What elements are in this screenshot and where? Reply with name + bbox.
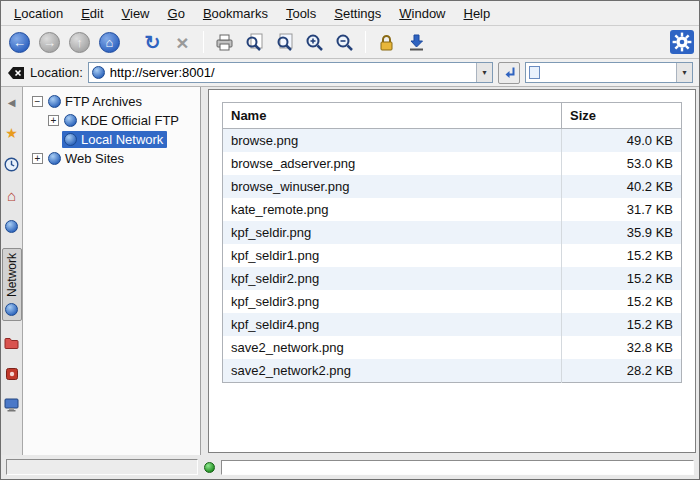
toolbar-separator: [203, 31, 204, 53]
globe-icon: [48, 152, 61, 165]
sidebar-tab-label: Network: [5, 253, 19, 297]
sidebar-tab-ftp[interactable]: [3, 217, 21, 235]
home-button[interactable]: ⌂: [96, 29, 123, 56]
file-name-link[interactable]: kpf_seldir3.png: [223, 290, 562, 313]
reload-icon: ↻: [145, 33, 161, 52]
table-row: save2_network2.png28.2 KB: [223, 359, 682, 383]
file-name-link[interactable]: browse_winuser.png: [223, 175, 562, 198]
globe-icon: [64, 133, 77, 146]
sidebar-tab-root-folder[interactable]: [3, 334, 21, 352]
menu-bookmarks[interactable]: Bookmarks: [194, 3, 277, 24]
column-header-name[interactable]: Name: [223, 103, 562, 129]
sidebar-tab-history[interactable]: [3, 155, 21, 173]
find-file-button[interactable]: [241, 29, 268, 56]
menu-help[interactable]: Help: [455, 3, 500, 24]
find-file-icon: [245, 33, 264, 52]
go-button[interactable]: [498, 62, 520, 84]
menu-edit[interactable]: Edit: [72, 3, 112, 24]
listing-body: browse.png49.0 KBbrowse_adserver.png53.0…: [223, 129, 682, 383]
menu-tools[interactable]: Tools: [277, 3, 325, 24]
page-icon: [529, 66, 540, 79]
table-row: kpf_seldir.png35.9 KB: [223, 221, 682, 244]
statusbar-message-field: [221, 460, 694, 475]
file-name-link[interactable]: browse_adserver.png: [223, 152, 562, 175]
globe-icon: [64, 114, 77, 127]
sidebar-tab-devices[interactable]: [3, 396, 21, 414]
forward-icon: →: [39, 32, 60, 53]
table-row: kpf_seldir4.png15.2 KB: [223, 313, 682, 336]
secondary-combo[interactable]: ▾: [525, 62, 693, 83]
table-row: kpf_seldir1.png15.2 KB: [223, 244, 682, 267]
file-name-link[interactable]: kate_remote.png: [223, 198, 562, 221]
file-name-link[interactable]: browse.png: [223, 129, 562, 153]
menu-settings[interactable]: Settings: [325, 3, 390, 24]
file-size: 35.9 KB: [562, 221, 682, 244]
find-file-alt-icon: [275, 33, 294, 52]
column-header-size[interactable]: Size: [562, 103, 682, 129]
tree-item-ftp-archives[interactable]: −FTP Archives: [25, 92, 198, 111]
save-download-button[interactable]: [403, 29, 430, 56]
content-area: NameSize browse.png49.0 KBbrowse_adserve…: [201, 87, 699, 455]
location-combo: ▾: [88, 62, 493, 83]
stop-icon: ×: [176, 32, 188, 53]
tree-expander-icon[interactable]: +: [48, 115, 59, 126]
sidebar-tab-services[interactable]: [3, 365, 21, 383]
history-clock-icon: [4, 157, 19, 172]
file-name-link[interactable]: kpf_seldir.png: [223, 221, 562, 244]
tree-item-web-sites[interactable]: +Web Sites: [25, 149, 198, 168]
file-name-link[interactable]: kpf_seldir1.png: [223, 244, 562, 267]
zoom-in-button[interactable]: [301, 29, 328, 56]
sidebar-tab-bookmarks[interactable]: ★: [3, 124, 21, 142]
file-name-link[interactable]: kpf_seldir2.png: [223, 267, 562, 290]
menu-location[interactable]: Location: [5, 3, 72, 24]
file-size: 28.2 KB: [562, 359, 682, 383]
tree-expander-icon[interactable]: +: [32, 153, 43, 164]
tree-item-label: KDE Official FTP: [81, 113, 179, 128]
sidebar-collapse-arrow-icon[interactable]: ◀: [3, 93, 21, 111]
clear-location-button[interactable]: [7, 66, 25, 80]
zoom-in-icon: [305, 33, 324, 52]
print-button[interactable]: [211, 29, 238, 56]
back-icon: ←: [9, 32, 30, 53]
secondary-dropdown-button[interactable]: ▾: [676, 63, 692, 82]
folder-tree: −FTP Archives+KDE Official FTPLocal Netw…: [23, 87, 201, 455]
tree-expander-icon[interactable]: −: [32, 96, 43, 107]
up-icon: ↑: [69, 32, 90, 53]
table-row: kpf_seldir3.png15.2 KB: [223, 290, 682, 313]
go-arrow-icon: [502, 65, 517, 80]
konqueror-window: LocationEditViewGoBookmarksToolsSettings…: [0, 0, 700, 480]
sidebar-tab-network-active[interactable]: Network: [2, 248, 22, 321]
toolbar: ← → ↑ ⌂ ↻ ×: [1, 26, 699, 59]
globe-icon: [48, 95, 61, 108]
reload-button[interactable]: ↻: [139, 29, 166, 56]
zoom-out-button[interactable]: [331, 29, 358, 56]
stop-button[interactable]: ×: [169, 29, 196, 56]
table-row: kpf_seldir2.png15.2 KB: [223, 267, 682, 290]
file-size: 49.0 KB: [562, 129, 682, 153]
file-name-link[interactable]: kpf_seldir4.png: [223, 313, 562, 336]
find-file-alt-button[interactable]: [271, 29, 298, 56]
server-status-led-icon: [204, 462, 215, 473]
menu-window[interactable]: Window: [390, 3, 454, 24]
up-button[interactable]: ↑: [66, 29, 93, 56]
table-row: browse.png49.0 KB: [223, 129, 682, 153]
tree-item-local-network[interactable]: Local Network: [25, 130, 198, 149]
site-favicon-globe-icon: [92, 66, 105, 79]
menu-go[interactable]: Go: [159, 3, 194, 24]
root-folder-icon: [4, 337, 19, 349]
lock-icon: [377, 33, 396, 52]
kde-gear-icon: [670, 30, 694, 54]
forward-button[interactable]: →: [36, 29, 63, 56]
download-arrow-icon: [407, 33, 426, 52]
sidebar-tab-home[interactable]: ⌂: [3, 186, 21, 204]
menu-view[interactable]: View: [113, 3, 159, 24]
location-dropdown-button[interactable]: ▾: [476, 63, 492, 82]
location-input[interactable]: [108, 64, 476, 81]
file-name-link[interactable]: save2_network2.png: [223, 359, 562, 383]
tree-item-kde-official-ftp[interactable]: +KDE Official FTP: [25, 111, 198, 130]
tree-item-label: FTP Archives: [65, 94, 142, 109]
file-name-link[interactable]: save2_network.png: [223, 336, 562, 359]
security-lock-button[interactable]: [373, 29, 400, 56]
home-icon: ⌂: [99, 32, 120, 53]
back-button[interactable]: ←: [6, 29, 33, 56]
